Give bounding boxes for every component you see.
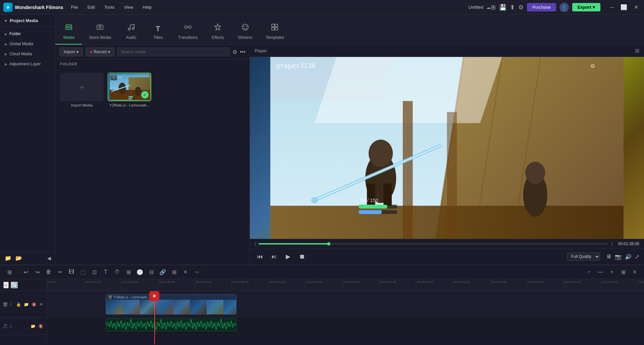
- transitions-tab-icon: [184, 23, 192, 33]
- ruler-tick-8: 00:04:00:00: [342, 279, 379, 291]
- tab-stock-media[interactable]: Stock Media: [82, 19, 118, 45]
- add-folder-button[interactable]: 📁: [4, 254, 12, 262]
- tab-transitions[interactable]: Transitions: [171, 19, 204, 45]
- bracket-start-icon[interactable]: {: [255, 241, 256, 246]
- upload-icon[interactable]: ⬆: [510, 4, 515, 11]
- menu-help[interactable]: Help: [141, 4, 153, 10]
- select-button[interactable]: ⬚: [78, 267, 88, 277]
- monitor-button[interactable]: 🖥: [606, 254, 611, 260]
- import-button[interactable]: Import ▾: [59, 48, 83, 56]
- sidebar-item-adjustment-layer[interactable]: ▶ Adjustment Layer: [0, 59, 55, 69]
- clock-button[interactable]: 🕐: [135, 267, 145, 277]
- svg-point-13: [189, 26, 191, 28]
- timeline-settings-button[interactable]: ⊞: [5, 267, 14, 277]
- cut-button[interactable]: ✂: [55, 267, 65, 277]
- import-media-thumb[interactable]: ＋: [60, 73, 104, 101]
- audio-mute-button[interactable]: 🔇: [38, 323, 44, 329]
- zoom-out-button[interactable]: −: [584, 267, 594, 277]
- redo-button[interactable]: ↪: [33, 267, 42, 277]
- record-button[interactable]: ● Record ▾: [86, 48, 114, 56]
- tab-titles[interactable]: T Titles: [145, 20, 171, 45]
- stickers-tab-label: Stickers: [238, 35, 252, 40]
- zoom-slash-button[interactable]: —: [596, 267, 605, 277]
- filter-button[interactable]: ⚙: [232, 49, 237, 55]
- menu-file[interactable]: File: [70, 4, 79, 10]
- close-button[interactable]: ✕: [631, 3, 641, 12]
- export-button[interactable]: Export ▾: [572, 3, 600, 11]
- video-folder-button[interactable]: 📁: [23, 301, 30, 307]
- sidebar-item-global-media[interactable]: ▶ Global Media: [0, 39, 55, 49]
- titles-tab-icon: T: [156, 24, 160, 33]
- settings-icon[interactable]: ⚙: [518, 4, 524, 11]
- tab-stickers[interactable]: Stickers: [231, 19, 259, 45]
- step-back-button[interactable]: ⏮: [255, 251, 265, 262]
- sidebar-item-cloud-media[interactable]: ▶ Cloud Media: [0, 49, 55, 59]
- video-track-icon: 🎬: [3, 302, 8, 307]
- equalizer-button[interactable]: ≡: [181, 267, 190, 277]
- sidebar-collapse-button[interactable]: ◀: [47, 256, 51, 261]
- tab-templates[interactable]: Templates: [259, 19, 291, 45]
- timeline-add-button[interactable]: ⊕: [3, 282, 9, 288]
- user-avatar[interactable]: 👤: [559, 3, 569, 12]
- purchase-button[interactable]: Purchase: [527, 3, 556, 11]
- timeline-left-top: ⊕ 🔄: [0, 279, 47, 291]
- tab-media[interactable]: Media: [55, 19, 82, 45]
- main-layout: ▼ Project Media ▶ Folder ▶ Global Media …: [0, 15, 644, 345]
- menu-tools[interactable]: Tools: [103, 4, 116, 10]
- snap-button[interactable]: ⊟: [147, 267, 156, 277]
- video-eye-button[interactable]: 👁: [39, 301, 44, 307]
- sidebar-item-folder[interactable]: ▶ Folder: [0, 29, 55, 39]
- audio-duck-button[interactable]: ⊞: [169, 267, 179, 277]
- more-options-button[interactable]: •••: [240, 49, 246, 55]
- expand-button[interactable]: ⤢: [635, 254, 639, 260]
- audio-folder-button[interactable]: 📁: [30, 323, 36, 329]
- tab-effects[interactable]: Effects: [204, 19, 231, 45]
- maximize-button[interactable]: ⬜: [619, 3, 629, 12]
- new-folder-button[interactable]: 📂: [15, 254, 23, 262]
- tab-audio[interactable]: Audio: [118, 19, 145, 45]
- y2mate-media-item[interactable]: grapes3138 ✓ 🎬 Y2M: [108, 73, 151, 261]
- player-progress-thumb[interactable]: [327, 242, 330, 246]
- svg-point-27: [135, 87, 141, 96]
- y2mate-thumb[interactable]: grapes3138 ✓ 🎬: [108, 73, 151, 101]
- crop-button[interactable]: ⊡: [90, 267, 99, 277]
- sidebar-project-header[interactable]: ▼ Project Media: [0, 15, 55, 27]
- video-mute-button[interactable]: 🔇: [31, 301, 37, 307]
- svg-text:⚙: ⚙: [590, 63, 595, 69]
- menu-view[interactable]: View: [122, 4, 135, 10]
- text-button[interactable]: T: [101, 267, 110, 277]
- grid-view-button[interactable]: ⊞: [619, 267, 628, 277]
- screenshot-button[interactable]: 📷: [615, 254, 622, 260]
- svg-rect-41: [403, 101, 413, 239]
- transform-button[interactable]: ⊞: [124, 267, 133, 277]
- cloud-sync-icon[interactable]: ☁: [486, 5, 491, 10]
- quality-selector[interactable]: Full Quality 1/2 Quality 1/4 Quality: [567, 253, 600, 261]
- video-clip[interactable]: 🎬 Y2Mate.is - Lemonade...: [106, 294, 236, 315]
- link-button[interactable]: 🔗: [158, 267, 167, 277]
- import-media-item[interactable]: ＋ Import Media: [60, 73, 104, 261]
- speed-button[interactable]: ⏱: [112, 267, 122, 277]
- stop-button[interactable]: ⏹: [297, 251, 308, 262]
- delete-button[interactable]: 🗑: [44, 267, 53, 277]
- menu-edit[interactable]: Edit: [86, 4, 96, 10]
- playhead-marker[interactable]: ✕: [149, 291, 159, 301]
- player-fullscreen-icon[interactable]: ⊞: [635, 48, 639, 54]
- clip-button[interactable]: 🎞: [67, 267, 76, 277]
- minimize-button[interactable]: ─: [607, 3, 616, 12]
- video-lock-button[interactable]: 🔒: [15, 301, 22, 307]
- audio-clip[interactable]: [106, 319, 236, 331]
- undo-button[interactable]: ↩: [21, 267, 31, 277]
- play-pause-button[interactable]: ⏯: [269, 251, 279, 262]
- layout-icon[interactable]: ⊞: [491, 4, 496, 11]
- zoom-in-button[interactable]: +: [607, 267, 616, 277]
- save-icon[interactable]: 💾: [499, 4, 506, 11]
- list-view-button[interactable]: ≡: [630, 267, 639, 277]
- timeline-sync-button[interactable]: 🔄: [11, 282, 18, 288]
- transition-btn[interactable]: ↔: [192, 267, 202, 277]
- search-input[interactable]: [117, 48, 230, 56]
- bracket-end-icon[interactable]: }: [611, 241, 612, 246]
- video-clip-thumbnails: [106, 300, 236, 315]
- player-progress-bar[interactable]: [259, 243, 608, 245]
- volume-button[interactable]: 🔊: [625, 254, 632, 260]
- play-forward-button[interactable]: ▶: [283, 251, 293, 262]
